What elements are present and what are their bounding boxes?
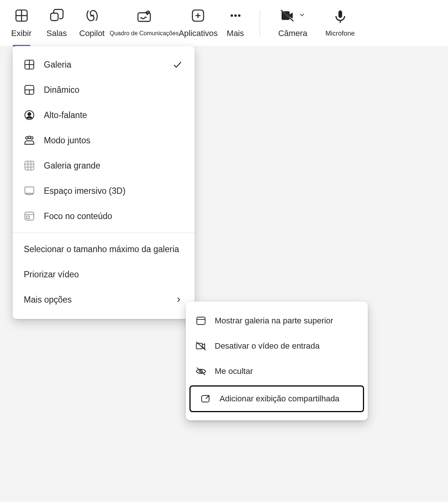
toolbar-rooms-label: Salas (46, 29, 67, 38)
submenu-add-shared-display[interactable]: Adicionar exibição compartilhada (189, 385, 364, 412)
camera-off-icon (280, 8, 295, 23)
menu-item-label: Galeria (44, 60, 164, 70)
content-focus-icon (23, 210, 36, 222)
toolbar-divider (260, 10, 260, 36)
submenu-item-label: Mostrar galeria na parte superior (215, 316, 333, 326)
toolbar-more[interactable]: Mais (218, 0, 253, 46)
copilot-icon (85, 8, 100, 23)
submenu-disable-incoming-video[interactable]: Desativar o vídeo de entrada (186, 333, 368, 359)
toolbar-view[interactable]: Exibir (4, 0, 39, 46)
toolbar-view-label: Exibir (11, 29, 32, 38)
menu-item-label: Mais opções (24, 295, 166, 305)
submenu-item-label: Desativar o vídeo de entrada (215, 341, 320, 351)
svg-point-23 (26, 137, 28, 139)
toolbar-camera[interactable]: Câmera (267, 0, 319, 46)
menu-item-immersive[interactable]: Espaço imersivo (3D) (13, 178, 195, 203)
gallery-top-icon (195, 314, 207, 327)
toolbar-camera-label: Câmera (278, 29, 307, 38)
menu-item-prioritize-video[interactable]: Priorizar vídeo (13, 262, 195, 287)
submenu-item-label: Adicionar exibição compartilhada (220, 394, 340, 404)
eye-off-icon (195, 365, 207, 378)
more-options-submenu: Mostrar galeria na parte superior Desati… (186, 301, 368, 420)
menu-item-together[interactable]: Modo juntos (13, 128, 195, 153)
apps-icon (191, 8, 205, 23)
svg-rect-35 (197, 317, 205, 325)
menu-item-content-focus[interactable]: Foco no conteúdo (13, 203, 195, 229)
menu-item-more-options[interactable]: Mais opções (13, 287, 195, 312)
toolbar-apps-label: Aplicativos (179, 29, 218, 38)
toolbar-rooms[interactable]: Salas (39, 0, 74, 46)
toolbar-whiteboard-label: Quadro de Comunicações (110, 30, 179, 37)
together-mode-icon (23, 134, 36, 147)
chevron-right-icon (175, 296, 183, 304)
toolbar-microphone[interactable]: Microfone (319, 0, 361, 46)
svg-rect-31 (25, 187, 34, 193)
menu-item-dynamic[interactable]: Dinâmico (13, 77, 195, 102)
menu-item-label: Alto-falante (44, 110, 183, 120)
svg-rect-3 (51, 13, 58, 20)
meeting-toolbar: Exibir Salas Copilot Quadro de Comunicaç… (0, 0, 448, 46)
microphone-icon (333, 9, 348, 25)
dynamic-grid-icon (23, 84, 36, 96)
menu-item-label: Modo juntos (44, 136, 183, 146)
toolbar-whiteboard[interactable]: Quadro de Comunicações (110, 0, 179, 46)
menu-item-label: Priorizar vídeo (24, 270, 183, 280)
menu-item-label: Dinâmico (44, 85, 183, 95)
more-icon (228, 8, 243, 23)
svg-point-24 (28, 136, 31, 139)
menu-item-gallery-size[interactable]: Selecionar o tamanho máximo da galeria (13, 237, 195, 262)
svg-rect-13 (338, 10, 342, 18)
svg-line-40 (197, 368, 205, 375)
speaker-person-icon (23, 109, 36, 121)
svg-point-10 (238, 14, 240, 17)
toolbar-copilot-label: Copilot (79, 29, 104, 38)
toolbar-more-label: Mais (227, 29, 244, 38)
immersive-3d-icon (23, 185, 36, 197)
checkmark-icon (172, 59, 183, 70)
menu-item-large-gallery[interactable]: Galeria grande (13, 153, 195, 178)
menu-item-label: Espaço imersivo (3D) (44, 186, 183, 196)
submenu-gallery-top[interactable]: Mostrar galeria na parte superior (186, 308, 368, 333)
menu-item-label: Selecionar o tamanho máximo da galeria (24, 244, 179, 254)
svg-rect-34 (26, 216, 29, 219)
svg-point-9 (234, 14, 237, 17)
svg-rect-26 (25, 161, 34, 170)
menu-item-label: Foco no conteúdo (44, 211, 183, 221)
toolbar-copilot[interactable]: Copilot (74, 0, 110, 46)
whiteboard-icon (137, 9, 152, 25)
menu-item-speaker[interactable]: Alto-falante (13, 102, 195, 128)
grid-icon (14, 8, 29, 23)
gallery-icon (23, 58, 36, 71)
menu-separator (13, 232, 195, 233)
menu-item-gallery[interactable]: Galeria (13, 52, 195, 77)
svg-point-8 (230, 14, 233, 17)
submenu-hide-me[interactable]: Me ocultar (186, 359, 368, 384)
svg-point-22 (28, 113, 31, 115)
toolbar-apps[interactable]: Aplicativos (179, 0, 218, 46)
svg-point-25 (30, 137, 33, 139)
toolbar-microphone-label: Microfone (325, 30, 355, 38)
rooms-icon (49, 8, 64, 23)
view-menu: Galeria Dinâmico Alto-falante Modo junto… (13, 46, 195, 319)
submenu-item-label: Me ocultar (215, 366, 253, 376)
popout-icon (199, 392, 212, 405)
chevron-down-icon[interactable] (298, 11, 306, 20)
large-gallery-icon (23, 159, 36, 172)
video-off-icon (195, 340, 207, 352)
menu-item-label: Galeria grande (44, 161, 183, 171)
